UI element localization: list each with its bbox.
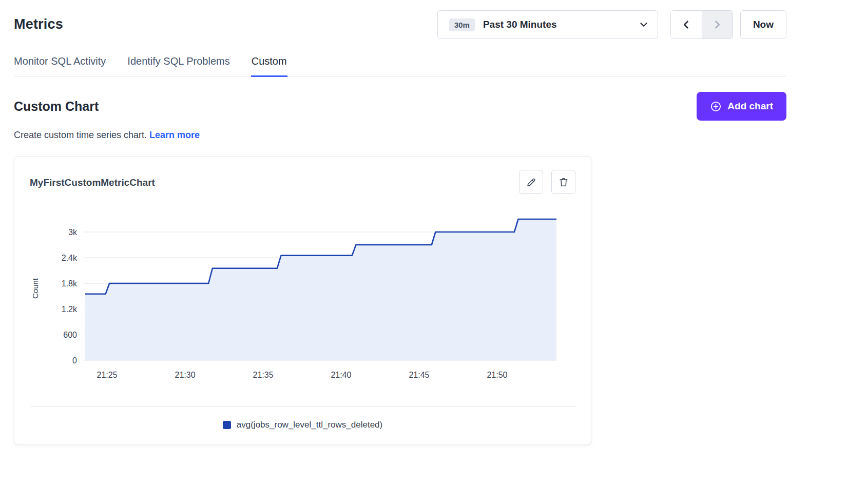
time-range-select[interactable]: 30m Past 30 Minutes <box>437 10 658 39</box>
add-chart-button[interactable]: Add chart <box>697 92 786 121</box>
svg-text:21:25: 21:25 <box>97 371 118 379</box>
chart-title: MyFirstCustomMetricChart <box>30 170 155 188</box>
svg-text:21:40: 21:40 <box>331 371 351 379</box>
description-text: Create custom time series chart. <box>14 130 147 140</box>
now-button[interactable]: Now <box>740 10 786 39</box>
tabs: Monitor SQL Activity Identify SQL Proble… <box>14 55 786 76</box>
svg-text:3k: 3k <box>68 228 78 237</box>
time-range-badge: 30m <box>449 18 475 31</box>
legend-label: avg(jobs_row_level_ttl_rows_deleted) <box>237 420 382 430</box>
chart-legend: avg(jobs_row_level_ttl_rows_deleted) <box>30 407 575 444</box>
svg-text:600: 600 <box>63 331 77 339</box>
top-bar: Metrics 30m Past 30 Minutes <box>14 10 786 39</box>
trash-icon <box>558 177 569 188</box>
svg-text:1.8k: 1.8k <box>62 279 78 288</box>
edit-chart-button[interactable] <box>519 170 543 194</box>
section-title: Custom Chart <box>14 99 99 114</box>
section-header: Custom Chart Add chart <box>14 92 786 121</box>
svg-text:21:50: 21:50 <box>487 371 507 379</box>
prev-time-button[interactable] <box>671 11 702 38</box>
chevron-left-icon <box>681 20 691 30</box>
learn-more-link[interactable]: Learn more <box>149 130 200 140</box>
svg-text:0: 0 <box>72 356 77 365</box>
tab-custom[interactable]: Custom <box>252 55 287 76</box>
add-chart-label: Add chart <box>727 101 773 112</box>
time-pager <box>670 10 733 39</box>
svg-text:21:30: 21:30 <box>175 371 196 379</box>
tab-monitor-sql-activity[interactable]: Monitor SQL Activity <box>14 55 106 76</box>
next-time-button[interactable] <box>702 11 733 38</box>
svg-text:Count: Count <box>31 278 40 299</box>
svg-text:2.4k: 2.4k <box>62 254 78 262</box>
chart-card-actions <box>519 170 575 194</box>
custom-chart-card: MyFirstCustomMetricChart 06001.2k1.8k2.4… <box>14 156 591 445</box>
svg-text:21:35: 21:35 <box>253 371 274 379</box>
legend-swatch <box>223 421 231 429</box>
svg-text:1.2k: 1.2k <box>62 305 78 314</box>
delete-chart-button[interactable] <box>551 170 575 194</box>
time-controls: 30m Past 30 Minutes Now <box>437 10 786 39</box>
time-series-chart[interactable]: 06001.2k1.8k2.4k3k21:2521:3021:3521:4021… <box>30 207 575 390</box>
time-range-label: Past 30 Minutes <box>483 19 631 30</box>
tab-identify-sql-problems[interactable]: Identify SQL Problems <box>127 55 229 76</box>
section-description: Create custom time series chart.Learn mo… <box>14 130 786 141</box>
svg-text:21:45: 21:45 <box>409 371 429 379</box>
page-title: Metrics <box>14 10 63 32</box>
metrics-page: Metrics 30m Past 30 Minutes <box>0 0 847 445</box>
plus-circle-icon <box>710 101 722 112</box>
pencil-icon <box>526 177 537 188</box>
chevron-down-icon <box>639 20 648 29</box>
chevron-right-icon <box>712 20 722 30</box>
chart-card-header: MyFirstCustomMetricChart <box>30 170 575 194</box>
